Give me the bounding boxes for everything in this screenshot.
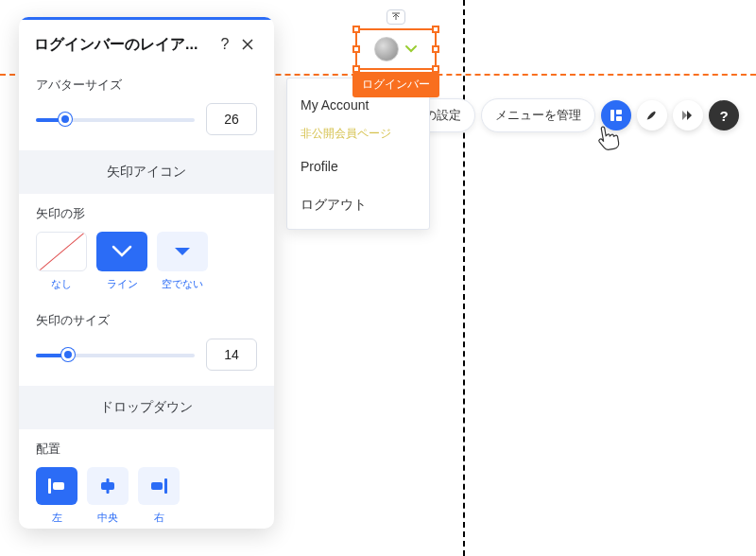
svg-rect-6 bbox=[610, 110, 614, 121]
dropdown-item-logout[interactable]: ログアウト bbox=[287, 185, 429, 225]
arrow-shape-label: 矢印の形 bbox=[36, 205, 257, 222]
arrow-size-section: 矢印のサイズ bbox=[19, 295, 274, 374]
svg-rect-4 bbox=[164, 478, 167, 494]
align-label: 配置 bbox=[36, 441, 257, 458]
svg-rect-1 bbox=[53, 482, 64, 490]
avatar-size-section: アバターサイズ bbox=[19, 65, 274, 139]
svg-rect-5 bbox=[151, 482, 163, 490]
manage-menu-button[interactable]: メニューを管理 bbox=[481, 98, 595, 132]
avatar-size-label: アバターサイズ bbox=[36, 77, 257, 94]
animation-button[interactable] bbox=[673, 100, 703, 130]
dropdown-section-heading: ドロップダウン bbox=[19, 386, 274, 429]
element-label-tooltip: ログインバー bbox=[352, 72, 439, 97]
avatar-icon bbox=[374, 37, 399, 61]
close-button[interactable] bbox=[236, 33, 259, 56]
panel-title: ログインバーのレイア... bbox=[34, 35, 214, 55]
arrow-shape-line[interactable]: ライン bbox=[96, 232, 147, 291]
align-left[interactable]: 左 bbox=[36, 467, 77, 525]
help-button[interactable]: ? bbox=[214, 33, 236, 56]
arrow-shape-section: 矢印の形 なし ライン 空でない bbox=[19, 194, 274, 295]
svg-rect-7 bbox=[616, 110, 622, 114]
avatar-size-input[interactable] bbox=[206, 103, 257, 135]
resize-handle[interactable] bbox=[352, 26, 360, 33]
align-section: 配置 左 中央 右 bbox=[19, 429, 274, 529]
avatar-size-slider[interactable] bbox=[36, 111, 195, 128]
chevron-down-icon bbox=[404, 42, 418, 57]
login-dropdown-menu: My Account 非公開会員ページ Profile ログアウト bbox=[286, 78, 430, 230]
svg-rect-3 bbox=[101, 482, 114, 490]
align-right[interactable]: 右 bbox=[138, 467, 180, 525]
arrow-size-label: 矢印のサイズ bbox=[36, 312, 257, 329]
vertical-guideline bbox=[463, 0, 465, 556]
resize-handle[interactable] bbox=[432, 45, 439, 53]
arrow-size-input[interactable] bbox=[206, 339, 257, 371]
help-circle-button[interactable]: ? bbox=[709, 100, 739, 130]
dropdown-item-profile[interactable]: Profile bbox=[287, 148, 429, 185]
arrow-size-slider[interactable] bbox=[36, 346, 195, 363]
resize-handle[interactable] bbox=[432, 26, 439, 33]
login-bar-layout-panel: ログインバーのレイア... ? アバターサイズ 矢印アイコン 矢印の形 なし bbox=[19, 17, 274, 529]
dropdown-private-note: 非公開会員ページ bbox=[287, 124, 429, 148]
arrow-shape-fill[interactable]: 空でない bbox=[157, 232, 208, 291]
panel-header: ログインバーのレイア... ? bbox=[19, 17, 274, 65]
login-bar-element[interactable]: ログインバー bbox=[355, 28, 437, 70]
arrow-shape-none[interactable]: なし bbox=[36, 232, 87, 291]
align-center[interactable]: 中央 bbox=[87, 467, 129, 525]
svg-rect-0 bbox=[48, 478, 51, 494]
anchor-top-icon[interactable] bbox=[387, 9, 405, 25]
resize-handle[interactable] bbox=[352, 45, 360, 53]
design-button[interactable] bbox=[637, 100, 667, 130]
arrow-section-heading: 矢印アイコン bbox=[19, 150, 274, 194]
